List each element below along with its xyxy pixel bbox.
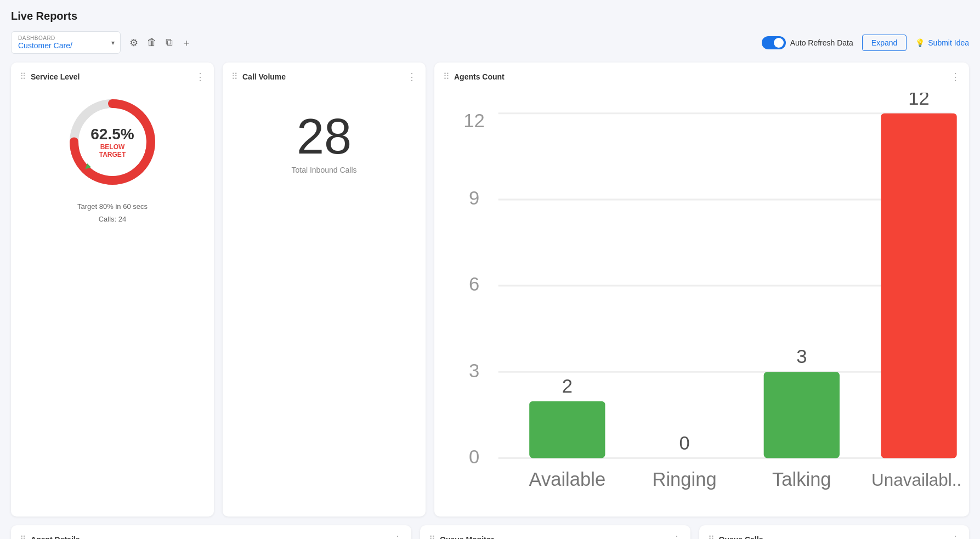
svg-text:3: 3 [469, 360, 479, 381]
svg-text:Talking: Talking [772, 469, 831, 490]
svg-text:9: 9 [469, 188, 479, 208]
drag-handle-icon: ⠿ [443, 71, 450, 82]
service-level-card: ⠿ Service Level ⋮ 62.5% [11, 63, 214, 517]
dashboard-select[interactable]: DASHBOARD Customer Care/ ▾ [11, 31, 121, 54]
submit-idea-button[interactable]: 💡 Submit Idea [915, 38, 969, 47]
toolbar: DASHBOARD Customer Care/ ▾ ⚙ 🗑 ⧉ ＋ Auto … [11, 31, 969, 54]
queue-calls-header: ⠿ Queue Calls ⋮ [708, 534, 961, 539]
agent-details-card: ⠿ Agent Details ⋮ Total 1 items ✓ ▾ Agen… [11, 525, 411, 539]
submit-idea-label: Submit Idea [928, 38, 969, 47]
donut-chart: 62.5% BELOW TARGET [63, 93, 162, 191]
agent-details-title: Agent Details [31, 535, 388, 539]
dashboard-select-value: Customer Care/ [18, 41, 100, 50]
auto-refresh-toggle-label[interactable] [762, 36, 786, 49]
call-volume-title: Call Volume [242, 72, 403, 81]
service-level-body: 62.5% BELOW TARGET Target 80% in 60 secs… [20, 88, 205, 226]
service-level-title: Service Level [31, 72, 191, 81]
service-level-target: Target 80% in 60 secs [77, 200, 148, 213]
expand-button[interactable]: Expand [862, 35, 907, 51]
service-level-header: ⠿ Service Level ⋮ [20, 71, 205, 82]
queue-monitor-menu-button[interactable]: ⋮ [672, 535, 682, 539]
call-volume-label: Total Inbound Calls [291, 166, 356, 174]
call-volume-card: ⠿ Call Volume ⋮ 28 Total Inbound Calls [223, 63, 426, 517]
queue-calls-menu-button[interactable]: ⋮ [950, 535, 960, 539]
svg-text:6: 6 [469, 274, 479, 294]
page-title: Live Reports [11, 10, 969, 22]
svg-rect-22 [881, 114, 956, 458]
service-level-calls: Calls: 24 [77, 213, 148, 225]
donut-status: BELOW TARGET [88, 143, 137, 158]
donut-percentage: 62.5% [88, 126, 137, 143]
queue-calls-card: ⠿ Queue Calls ⋮ 0 1 0 Queued [699, 525, 970, 539]
svg-text:Available: Available [529, 469, 606, 490]
auto-refresh-toggle: Auto Refresh Data [762, 36, 853, 49]
call-volume-header: ⠿ Call Volume ⋮ [231, 71, 417, 82]
agents-bar-chart: 0 3 6 9 12 2 Available [443, 88, 960, 508]
svg-text:12: 12 [463, 110, 484, 131]
agents-count-header: ⠿ Agents Count ⋮ [443, 71, 960, 82]
svg-text:Unavailabl...: Unavailabl... [871, 470, 960, 490]
svg-rect-19 [764, 372, 840, 458]
drag-handle-icon: ⠿ [708, 534, 715, 539]
svg-text:3: 3 [796, 346, 807, 367]
agents-count-card: ⠿ Agents Count ⋮ 0 3 6 9 12 [434, 63, 969, 517]
delete-icon-button[interactable]: 🗑 [145, 35, 159, 50]
toolbar-icon-group: ⚙ 🗑 ⧉ ＋ [127, 34, 194, 52]
drag-handle-icon: ⠿ [20, 534, 26, 539]
agent-details-header: ⠿ Agent Details ⋮ [20, 534, 403, 539]
queue-monitor-title: Queue Monitor [440, 535, 667, 539]
queue-monitor-header: ⠿ Queue Monitor ⋮ [429, 534, 682, 539]
call-volume-menu-button[interactable]: ⋮ [407, 72, 417, 82]
copy-icon-button[interactable]: ⧉ [163, 35, 175, 50]
svg-text:2: 2 [562, 376, 573, 396]
queue-monitor-card: ⠿ Queue Monitor ⋮ 0 Calls Waiting ✅ 2 [420, 525, 690, 539]
svg-text:0: 0 [679, 433, 689, 453]
lightbulb-icon: 💡 [915, 38, 925, 47]
agent-details-menu-button[interactable]: ⋮ [393, 535, 403, 539]
add-icon-button[interactable]: ＋ [179, 34, 194, 52]
auto-refresh-label: Auto Refresh Data [790, 38, 853, 47]
settings-icon-button[interactable]: ⚙ [127, 35, 140, 51]
chevron-down-icon: ▾ [111, 39, 115, 47]
drag-handle-icon: ⠿ [429, 534, 435, 539]
svg-text:Ringing: Ringing [652, 469, 716, 490]
agents-count-title: Agents Count [454, 72, 946, 81]
drag-handle-icon: ⠿ [231, 71, 238, 82]
agents-bar-svg: 0 3 6 9 12 2 Available [443, 93, 960, 506]
service-level-info: Target 80% in 60 secs Calls: 24 [77, 200, 148, 226]
svg-text:0: 0 [469, 446, 479, 467]
bottom-grid: ⠿ Agent Details ⋮ Total 1 items ✓ ▾ Agen… [11, 525, 969, 539]
donut-center: 62.5% BELOW TARGET [88, 126, 137, 158]
agents-count-menu-button[interactable]: ⋮ [950, 72, 960, 82]
svg-rect-13 [529, 401, 605, 458]
top-grid: ⠿ Service Level ⋮ 62.5% [11, 63, 969, 517]
call-volume-body: 28 Total Inbound Calls [231, 88, 417, 198]
call-volume-number: 28 [297, 112, 352, 161]
service-level-menu-button[interactable]: ⋮ [195, 72, 205, 82]
dashboard-select-label: DASHBOARD [18, 35, 100, 41]
drag-handle-icon: ⠿ [20, 71, 26, 82]
toolbar-right: Auto Refresh Data Expand 💡 Submit Idea [762, 35, 969, 51]
svg-text:12: 12 [908, 93, 929, 109]
queue-calls-title: Queue Calls [719, 535, 947, 539]
